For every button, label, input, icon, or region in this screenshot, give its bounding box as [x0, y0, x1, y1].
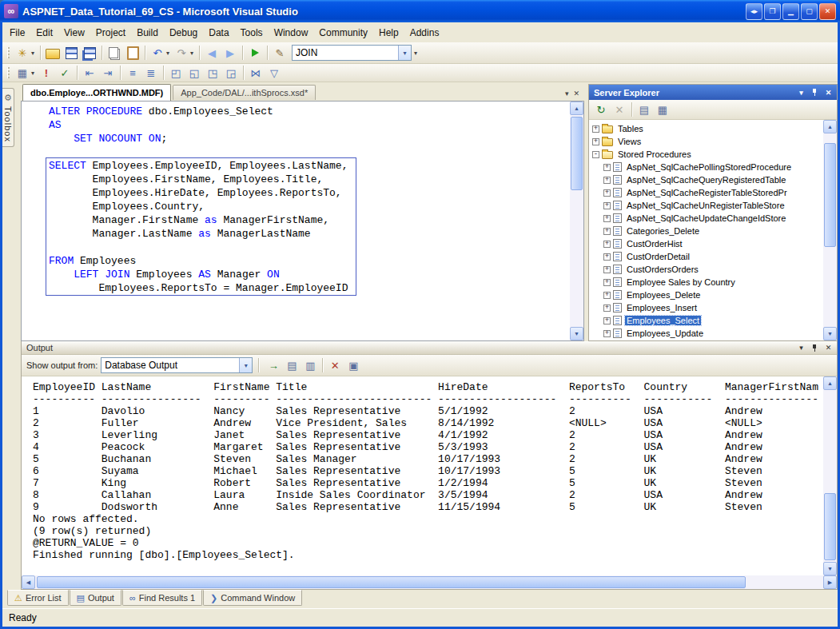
window-restore-icon[interactable]: ❐ [764, 3, 781, 20]
tree-item-aspnet-sqlcachepollingstoredprocedure[interactable]: +AspNet_SqlCachePollingStoredProcedure [589, 161, 823, 173]
auto-hide-pin-icon[interactable] [809, 342, 821, 353]
toolbar-options-icon[interactable]: ▾ [412, 45, 420, 61]
menu-item-file[interactable]: File [4, 25, 30, 41]
refresh-icon[interactable]: ↻ [592, 102, 610, 117]
expand-icon[interactable]: + [603, 305, 611, 312]
expand-icon[interactable]: + [603, 215, 611, 222]
show-sql-pane-icon[interactable]: ◳ [204, 65, 221, 81]
open-file-icon[interactable] [44, 45, 62, 61]
scroll-down-icon[interactable]: ▼ [823, 327, 837, 340]
output-hscrollbar-thumb[interactable] [37, 576, 746, 588]
close-document-icon[interactable]: ✕ [573, 90, 579, 98]
tree-item-categories-delete[interactable]: +Categories_Delete [589, 225, 823, 237]
server-explorer-scrollbar[interactable]: ▲ ▼ [823, 120, 837, 340]
panel-tab-find-results-1[interactable]: ∞Find Results 1 [122, 590, 202, 606]
menu-item-debug[interactable]: Debug [164, 25, 203, 41]
scroll-up-icon[interactable]: ▲ [823, 120, 837, 133]
expand-icon[interactable]: + [592, 138, 599, 145]
bullet-list-icon[interactable]: ≡ [124, 65, 141, 81]
collapse-icon[interactable]: - [592, 151, 599, 158]
maximize-icon[interactable]: ▢ [801, 3, 818, 20]
tree-item-employees-delete[interactable]: +Employees_Delete [589, 289, 823, 301]
show-criteria-pane-icon[interactable]: ◱ [185, 65, 203, 81]
toolbox-tab[interactable]: ⚙ Toolbox [2, 88, 14, 147]
sql-code-editor[interactable]: ALTER PROCEDURE dbo.Employees_SelectAS S… [22, 102, 583, 340]
stop-refresh-icon[interactable]: ✕ [611, 102, 628, 117]
join-tables-icon[interactable]: ⋈ [247, 65, 265, 81]
output-hscrollbar-track[interactable] [35, 575, 823, 589]
decrease-indent-icon[interactable]: ⇤ [81, 65, 98, 81]
expand-icon[interactable]: + [592, 125, 599, 133]
editor-scrollbar-thumb[interactable] [571, 117, 583, 190]
tree-item-stored-procedures[interactable]: -Stored Procedures [589, 148, 823, 161]
editor-vertical-scrollbar[interactable]: ▲ ▼ [570, 102, 583, 340]
document-list-dropdown-icon[interactable]: ▾ [565, 90, 569, 98]
expand-icon[interactable]: + [603, 292, 611, 299]
panel-tab-error-list[interactable]: ⚠Error List [7, 590, 69, 606]
close-output-icon[interactable]: ✕ [822, 342, 834, 353]
save-all-icon[interactable] [81, 45, 98, 61]
output-text[interactable]: EmployeeID LastName FirstName Title Hire… [22, 376, 823, 575]
toggle-word-wrap-icon[interactable]: ▣ [344, 357, 362, 373]
increase-indent-icon[interactable]: ⇥ [99, 65, 117, 81]
tree-item-aspnet-sqlcachequeryregisteredtable[interactable]: +AspNet_SqlCacheQueryRegisteredTable [589, 173, 823, 186]
menu-item-addins[interactable]: Addins [404, 25, 445, 41]
menu-item-project[interactable]: Project [90, 25, 131, 41]
numbered-list-icon[interactable]: ≣ [142, 65, 160, 81]
output-scrollbar-thumb[interactable] [824, 493, 836, 560]
menu-item-community[interactable]: Community [313, 25, 373, 41]
start-debug-icon[interactable] [246, 45, 264, 61]
close-server-explorer-icon[interactable]: ✕ [822, 87, 834, 98]
tree-item-custorderhist[interactable]: +CustOrderHist [589, 237, 823, 250]
menu-item-tools[interactable]: Tools [235, 25, 269, 41]
scroll-left-icon[interactable]: ◀ [22, 575, 35, 589]
tree-item-employees-select[interactable]: +Employees_Select [589, 314, 823, 327]
paste-icon[interactable] [124, 45, 141, 61]
next-message-icon[interactable]: ▥ [301, 357, 319, 373]
expand-icon[interactable]: + [603, 317, 611, 324]
goto-message-icon[interactable]: → [265, 357, 282, 373]
expand-icon[interactable]: + [603, 330, 611, 337]
change-type-dropdown-icon[interactable]: ▾ [29, 65, 37, 81]
editor-scrollbar-track[interactable] [570, 115, 583, 327]
tree-item-employee-sales-by-country[interactable]: +Employee Sales by Country [589, 276, 823, 289]
server-explorer-scrollbar-track[interactable] [823, 133, 837, 327]
expand-icon[interactable]: + [603, 228, 611, 235]
expand-icon[interactable]: + [603, 279, 611, 286]
show-diagram-pane-icon[interactable]: ◰ [167, 65, 185, 81]
show-results-pane-icon[interactable]: ◲ [222, 65, 240, 81]
save-icon[interactable] [62, 45, 80, 61]
expand-icon[interactable]: + [603, 177, 611, 184]
tree-item-employees-insert[interactable]: +Employees_Insert [589, 301, 823, 314]
connect-to-database-icon[interactable]: ▤ [635, 102, 653, 117]
menu-item-window[interactable]: Window [269, 25, 314, 41]
scroll-up-icon[interactable]: ▲ [823, 376, 837, 390]
create-new-connection-icon[interactable]: ▦ [654, 102, 671, 117]
document-tab-dbo-employe-orthwnd-mdf[interactable]: dbo.Employe...ORTHWND.MDF) [22, 84, 171, 101]
menu-item-edit[interactable]: Edit [30, 25, 58, 41]
navigate-forward-icon[interactable]: ▶ [221, 45, 239, 61]
close-icon[interactable]: ✕ [819, 3, 836, 20]
window-nav-icon[interactable]: ◂▸ [746, 3, 762, 20]
add-new-item-dropdown-icon[interactable]: ▾ [29, 45, 37, 61]
menu-item-view[interactable]: View [58, 25, 90, 41]
find-icon[interactable]: ✎ [271, 45, 289, 61]
navigate-backward-icon[interactable]: ◀ [203, 45, 221, 61]
undo-dropdown-icon[interactable]: ▾ [164, 45, 172, 61]
expand-icon[interactable]: + [603, 164, 611, 171]
tree-item-custorderdetail[interactable]: +CustOrderDetail [589, 250, 823, 263]
tree-item-aspnet-sqlcacheregistertablestoredpr[interactable]: +AspNet_SqlCacheRegisterTableStoredPr [589, 186, 823, 199]
combo-dropdown-icon[interactable]: ▾ [398, 46, 411, 60]
menu-item-data[interactable]: Data [203, 25, 234, 41]
document-tab-app-code-dal-ithsprocs-xsd[interactable]: App_Code/DAL/...ithSprocs.xsd* [173, 85, 316, 100]
expand-icon[interactable]: + [603, 189, 611, 197]
expand-icon[interactable]: + [603, 266, 611, 273]
window-position-dropdown-icon[interactable]: ▾ [795, 87, 807, 98]
filter-icon[interactable]: ▽ [265, 65, 283, 81]
server-explorer-scrollbar-thumb[interactable] [824, 143, 836, 247]
tree-item-custordersorders[interactable]: +CustOrdersOrders [589, 263, 823, 276]
menu-item-build[interactable]: Build [131, 25, 164, 41]
menu-item-help[interactable]: Help [373, 25, 404, 41]
toolbar-find-combo[interactable]: JOIN ▾ [292, 45, 412, 61]
redo-dropdown-icon[interactable]: ▾ [188, 45, 196, 61]
